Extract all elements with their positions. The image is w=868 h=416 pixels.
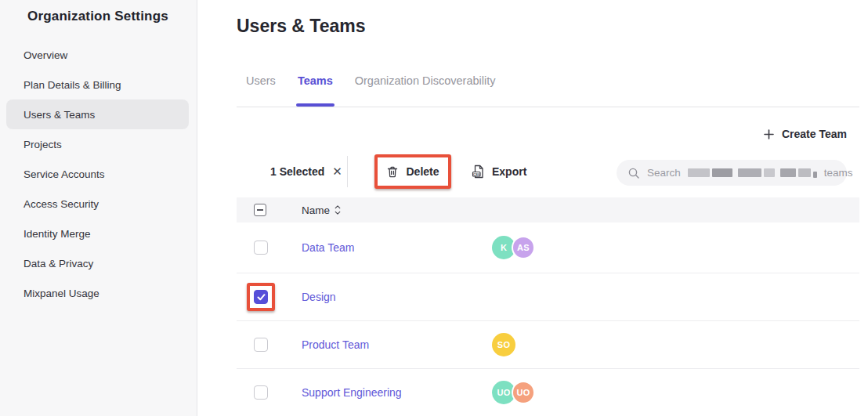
row-checkbox-data-team[interactable]: [254, 241, 268, 255]
tab-organization-discoverability[interactable]: Organization Discoverability: [355, 74, 496, 107]
table-header: Name: [237, 197, 859, 222]
csv-export-icon: CSV: [472, 165, 485, 179]
sidebar-item-projects[interactable]: Projects: [6, 129, 189, 159]
avatar: UO: [512, 381, 535, 404]
table-row-support-engineering: Support Engineering UO UO: [237, 369, 859, 416]
checkmark-icon: [257, 294, 266, 301]
toolbar-divider: [347, 156, 348, 187]
sidebar-item-service-accounts[interactable]: Service Accounts: [6, 159, 189, 189]
select-all-checkbox[interactable]: [254, 204, 266, 216]
sort-icon: [335, 205, 341, 215]
create-team-label: Create Team: [782, 128, 847, 140]
table-row-data-team: Data Team K AS: [237, 222, 859, 273]
avatar-group: SO: [492, 333, 515, 356]
sidebar-item-mixpanel-usage[interactable]: Mixpanel Usage: [6, 278, 189, 308]
row-checkbox-product-team[interactable]: [254, 338, 268, 352]
create-team-button[interactable]: Create Team: [764, 128, 847, 140]
delete-label: Delete: [406, 165, 439, 178]
sidebar-title: Organization Settings: [27, 9, 168, 24]
sidebar-nav: Overview Plan Details & Billing Users & …: [6, 40, 189, 308]
column-header-name[interactable]: Name: [302, 204, 341, 216]
search-icon: [627, 167, 640, 179]
clear-selection-icon[interactable]: ✕: [332, 165, 342, 179]
team-name-link-design[interactable]: Design: [302, 291, 336, 303]
avatar: SO: [492, 333, 515, 356]
table-row-product-team: Product Team SO: [237, 321, 859, 369]
sidebar: Organization Settings Overview Plan Deta…: [0, 0, 197, 416]
tab-divider: [237, 107, 859, 107]
trash-icon: [386, 165, 399, 179]
selected-count: 1 Selected: [270, 165, 324, 178]
search-input[interactable]: Search teams: [617, 160, 847, 186]
sidebar-item-overview[interactable]: Overview: [6, 40, 189, 70]
sidebar-item-identity-merge[interactable]: Identity Merge: [6, 219, 189, 248]
export-button[interactable]: CSV Export: [472, 154, 526, 189]
tab-users[interactable]: Users: [246, 74, 276, 107]
org-settings-page: Organization Settings Overview Plan Deta…: [0, 0, 868, 416]
redacted-org-name: [688, 168, 817, 178]
svg-text:CSV: CSV: [473, 172, 480, 176]
delete-button[interactable]: Delete: [386, 165, 439, 179]
row-checkbox-design-checked[interactable]: [254, 290, 268, 304]
delete-annotation-box: Delete: [374, 154, 451, 189]
selection-summary: 1 Selected ✕: [270, 154, 342, 189]
search-placeholder-prefix: Search: [647, 167, 681, 179]
team-name-link-data-team[interactable]: Data Team: [302, 241, 354, 254]
tab-teams[interactable]: Teams: [298, 74, 333, 107]
table-row-design: Design: [237, 273, 859, 321]
search-placeholder-suffix: teams: [824, 167, 853, 179]
teams-table: Name Data Team K AS: [237, 197, 859, 416]
sidebar-item-data-privacy[interactable]: Data & Privacy: [6, 248, 189, 278]
checkbox-annotation-box: [247, 283, 275, 311]
plus-icon: [764, 129, 774, 139]
sidebar-item-access-security[interactable]: Access Security: [6, 189, 189, 219]
export-label: Export: [492, 165, 526, 178]
row-checkbox-support-engineering[interactable]: [254, 385, 268, 400]
team-name-link-support-engineering[interactable]: Support Engineering: [302, 386, 402, 399]
page-title: Users & Teams: [237, 16, 366, 37]
column-header-name-label: Name: [302, 204, 330, 216]
avatar-group: K AS: [492, 236, 535, 259]
sidebar-item-plan-details-billing[interactable]: Plan Details & Billing: [6, 70, 189, 99]
sidebar-item-users-teams[interactable]: Users & Teams: [6, 99, 189, 129]
main-content: Users & Teams Users Teams Organization D…: [197, 0, 868, 416]
team-name-link-product-team[interactable]: Product Team: [302, 338, 369, 351]
avatar-group: UO UO: [492, 381, 535, 404]
avatar: AS: [512, 236, 535, 259]
tab-bar: Users Teams Organization Discoverability: [246, 74, 495, 107]
